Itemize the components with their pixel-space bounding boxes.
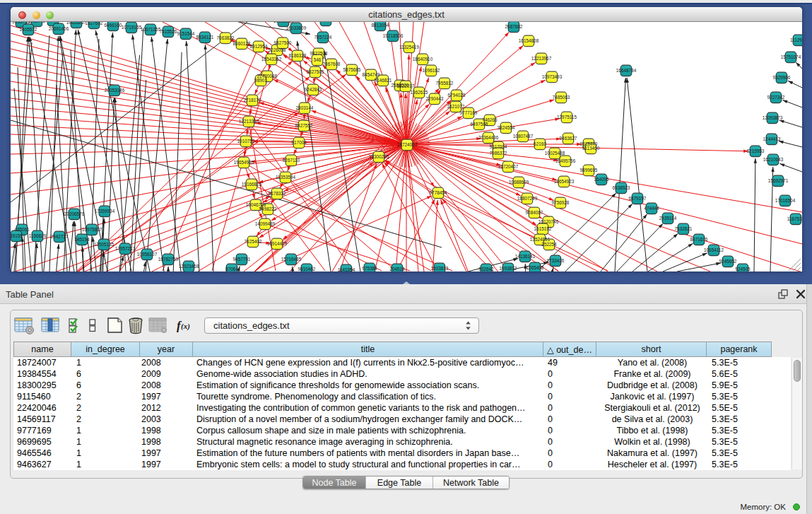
svg-text:164095: 164095 [594, 177, 609, 182]
svg-text:8912954: 8912954 [250, 44, 268, 49]
svg-text:7485063: 7485063 [553, 95, 570, 100]
svg-text:62160: 62160 [534, 141, 546, 146]
svg-text:10807487: 10807487 [513, 134, 534, 139]
svg-text:10053809: 10053809 [273, 22, 294, 23]
svg-text:1156829: 1156829 [29, 233, 47, 238]
svg-text:20053346: 20053346 [105, 88, 125, 93]
svg-text:9899695: 9899695 [580, 168, 598, 173]
svg-text:39159: 39159 [11, 233, 23, 238]
svg-text:16154808: 16154808 [519, 38, 539, 43]
svg-text:2867608: 2867608 [323, 62, 341, 66]
svg-text:12975115: 12975115 [557, 115, 577, 119]
svg-text:11325419: 11325419 [399, 45, 419, 49]
svg-text:1093812: 1093812 [500, 266, 517, 271]
svg-text:12213383: 12213383 [239, 119, 259, 124]
svg-text:9317004: 9317004 [490, 144, 507, 149]
svg-text:20691406: 20691406 [49, 26, 69, 31]
svg-text:7625402: 7625402 [245, 239, 262, 244]
svg-text:5226058: 5226058 [269, 47, 286, 52]
svg-text:10688609: 10688609 [509, 180, 529, 185]
svg-text:975384: 975384 [362, 266, 377, 271]
svg-text:8813054: 8813054 [372, 23, 389, 28]
svg-text:8660128: 8660128 [233, 41, 251, 46]
svg-text:(x): (x) [181, 322, 190, 331]
svg-text:15692971: 15692971 [768, 178, 789, 183]
svg-text:1527602: 1527602 [86, 22, 103, 25]
svg-text:204518: 204518 [389, 267, 405, 271]
svg-text:9777169: 9777169 [460, 110, 478, 115]
svg-text:1058327: 1058327 [45, 22, 62, 23]
svg-text:6497568: 6497568 [471, 122, 488, 127]
svg-text:1112944: 1112944 [790, 37, 802, 42]
svg-text:7663822: 7663822 [217, 35, 235, 40]
svg-text:8427552: 8427552 [295, 123, 313, 128]
svg-text:17016504: 17016504 [775, 198, 796, 203]
svg-text:12505135: 12505135 [94, 242, 114, 247]
svg-text:9329966: 9329966 [773, 75, 791, 80]
svg-text:19218506: 19218506 [383, 33, 404, 38]
svg-text:9827505: 9827505 [307, 69, 324, 74]
svg-text:7515526: 7515526 [160, 29, 177, 34]
svg-text:18640910: 18640910 [413, 57, 433, 62]
svg-text:5875685: 5875685 [343, 67, 361, 72]
svg-text:8186328: 8186328 [289, 53, 307, 58]
svg-text:17359934: 17359934 [95, 209, 115, 214]
svg-text:12093873: 12093873 [763, 115, 783, 120]
svg-text:8454749: 8454749 [363, 72, 380, 77]
svg-text:1963772: 1963772 [28, 22, 46, 23]
svg-text:16120746: 16120746 [539, 219, 559, 224]
svg-text:6879197: 6879197 [629, 196, 647, 201]
svg-text:10025488: 10025488 [545, 151, 565, 156]
svg-text:9810462: 9810462 [298, 267, 316, 271]
svg-text:15751074: 15751074 [781, 54, 801, 59]
svg-text:2687682: 2687682 [505, 24, 523, 29]
svg-text:6938923: 6938923 [613, 185, 630, 190]
svg-text:6794028: 6794028 [448, 93, 466, 98]
svg-text:19654985: 19654985 [234, 160, 254, 165]
svg-text:1621072: 1621072 [447, 104, 465, 109]
svg-text:7532621: 7532621 [675, 226, 693, 231]
svg-text:932642: 932642 [478, 267, 494, 271]
svg-text:2290443: 2290443 [426, 96, 444, 101]
svg-text:18807249: 18807249 [517, 196, 538, 201]
svg-text:6466160: 6466160 [105, 23, 122, 28]
svg-text:12213967: 12213967 [531, 56, 552, 61]
svg-text:20206576: 20206576 [64, 211, 85, 216]
svg-text:15716485: 15716485 [281, 257, 302, 262]
svg-text:9113460: 9113460 [582, 146, 600, 151]
svg-text:10973493: 10973493 [542, 74, 563, 79]
svg-text:9756928: 9756928 [552, 200, 570, 205]
svg-text:917004: 917004 [291, 140, 307, 145]
svg-text:10958107: 10958107 [137, 252, 158, 257]
svg-text:15720407: 15720407 [498, 164, 519, 169]
svg-text:9245652: 9245652 [719, 259, 737, 264]
svg-text:10653267: 10653267 [66, 22, 87, 25]
svg-text:145194: 145194 [74, 237, 90, 242]
svg-text:16914479: 16914479 [267, 241, 288, 246]
svg-text:9457791: 9457791 [233, 257, 251, 262]
svg-text:2718170: 2718170 [244, 98, 261, 103]
svg-text:9827500: 9827500 [274, 40, 292, 45]
svg-text:924505: 924505 [735, 267, 751, 271]
svg-text:14099489: 14099489 [255, 221, 276, 226]
svg-text:9463627: 9463627 [560, 136, 577, 141]
svg-text:9084067: 9084067 [526, 210, 543, 215]
svg-text:9827508: 9827508 [310, 51, 328, 56]
svg-text:18724007: 18724007 [397, 142, 418, 147]
svg-text:1096162: 1096162 [423, 68, 440, 73]
svg-text:8471676: 8471676 [690, 237, 708, 242]
svg-text:17957213: 17957213 [115, 246, 136, 251]
svg-text:18300295: 18300295 [369, 154, 389, 159]
svg-text:19654923: 19654923 [554, 179, 575, 184]
svg-text:1141954: 1141954 [338, 267, 355, 271]
svg-text:16782759: 16782759 [158, 257, 179, 262]
svg-text:13524851: 13524851 [530, 237, 551, 242]
svg-text:5822037: 5822037 [397, 83, 415, 88]
svg-text:16210643: 16210643 [763, 157, 784, 162]
svg-text:252254: 252254 [541, 242, 557, 247]
svg-text:2935114: 2935114 [659, 216, 677, 221]
svg-text:9778454: 9778454 [430, 190, 447, 195]
svg-text:1503813: 1503813 [431, 266, 449, 271]
svg-text:12923468: 12923468 [179, 264, 199, 269]
svg-text:1733426: 1733426 [547, 258, 565, 263]
